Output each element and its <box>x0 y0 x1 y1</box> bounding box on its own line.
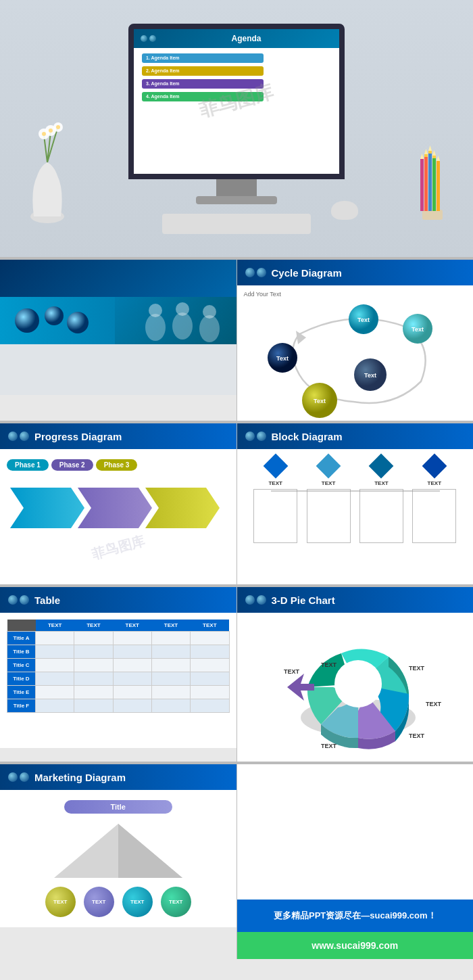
mkt-circle-col-2: TEXT <box>84 887 114 917</box>
svg-marker-46 <box>145 488 220 528</box>
monitor-stand <box>216 179 257 196</box>
svg-text:Text: Text <box>364 372 376 379</box>
cycle-header: Cycle Diagram <box>237 260 474 285</box>
svg-marker-44 <box>10 488 84 528</box>
cell-c3 <box>113 659 151 672</box>
svg-text:TEXT: TEXT <box>409 732 425 739</box>
diamond-3 <box>369 454 394 479</box>
phase-1-label: Phase 1 <box>7 459 49 471</box>
table-row: Title D <box>7 672 230 686</box>
template-top <box>0 260 236 297</box>
svg-marker-45 <box>78 488 152 528</box>
svg-text:TEXT: TEXT <box>321 743 337 749</box>
table-balls <box>8 595 29 605</box>
progress-ball-2 <box>20 431 29 441</box>
mkt-title-bar: Title <box>64 800 172 814</box>
table-body: TEXT TEXT TEXT TEXT TEXT Title A Title B <box>0 613 236 748</box>
marketing-cell: Marketing Diagram Title TEXT TEXT TEXT <box>0 764 236 959</box>
diamond-2 <box>316 454 341 479</box>
svg-text:TEXT: TEXT <box>321 661 337 668</box>
cycle-diagram-svg: Text Text Text Text Text <box>245 294 468 419</box>
promo-top: 更多精品PPT资源尽在—sucai999.com！ <box>237 900 474 932</box>
row-title-b: Title B <box>7 645 36 659</box>
marketing-body: Title TEXT TEXT TEXT TEXT <box>0 790 236 927</box>
pencils-icon <box>405 142 446 223</box>
block-balls <box>245 431 266 441</box>
table-row: Title F <box>7 699 230 713</box>
cycle-title: Cycle Diagram <box>272 267 342 279</box>
block-header: Block Diagram <box>237 423 474 449</box>
pie-chart-svg: TEXT TEXT TEXT TEXT TEXT TEXT <box>253 620 456 755</box>
svg-rect-14 <box>428 152 432 211</box>
block-col-4: TEXT <box>412 457 456 543</box>
svg-text:TEXT: TEXT <box>426 701 442 707</box>
progress-ball-1 <box>8 431 18 441</box>
svg-rect-12 <box>424 154 428 157</box>
svg-point-28 <box>145 314 166 341</box>
cell-e1 <box>36 686 74 699</box>
row-marketing-promo: Marketing Diagram Title TEXT TEXT TEXT <box>0 764 473 959</box>
table-ball-2 <box>20 595 29 605</box>
svg-rect-17 <box>432 157 436 211</box>
block-box-2 <box>307 489 351 543</box>
cell-b4 <box>151 645 190 659</box>
template-mid <box>0 297 236 344</box>
svg-point-30 <box>172 312 193 340</box>
svg-rect-20 <box>420 159 424 211</box>
cell-b3 <box>113 645 151 659</box>
block-text-3a: TEXT <box>374 480 388 486</box>
phase-2-label: Phase 2 <box>51 459 93 471</box>
cell-f5 <box>191 699 229 713</box>
row-title-f: Title F <box>7 699 36 713</box>
progress-body: Phase 1 Phase 2 Phase 3 <box>0 449 236 584</box>
progress-balls <box>8 431 29 441</box>
svg-point-25 <box>45 306 64 325</box>
cycle-cell: Cycle Diagram Add Your Text <box>237 260 474 421</box>
cycle-body: Add Your Text Text <box>237 285 474 421</box>
table-ball-1 <box>8 595 18 605</box>
cell-b2 <box>74 645 113 659</box>
table-row: Title A <box>7 632 230 645</box>
svg-point-9 <box>56 125 60 129</box>
flower-vase-icon <box>20 122 74 230</box>
block-box-1 <box>253 489 297 543</box>
block-text-1a: TEXT <box>268 480 282 486</box>
pie-header: 3-D Pie Chart <box>237 587 474 613</box>
promo-white-space <box>237 764 474 900</box>
pie-title: 3-D Pie Chart <box>272 594 335 606</box>
mouse <box>331 201 358 220</box>
svg-text:TEXT: TEXT <box>284 668 300 675</box>
row-progress-block: Progress Diagram Phase 1 Phase 2 Phase 3 <box>0 423 473 584</box>
table-row: Title E <box>7 686 230 699</box>
marketing-ball-1 <box>8 772 18 782</box>
cell-d2 <box>74 672 113 686</box>
progress-title: Progress Diagram <box>34 431 122 442</box>
diamond-1 <box>263 454 288 479</box>
block-box-3 <box>359 489 403 543</box>
row-template-cycle: 菲鸟图库 Cycle Diagram Add Your Text <box>0 260 473 421</box>
cell-e5 <box>191 686 229 699</box>
block-connectors <box>244 488 467 494</box>
svg-point-32 <box>199 315 220 342</box>
svg-marker-23 <box>437 156 440 161</box>
cell-f2 <box>74 699 113 713</box>
agenda-item-4: 4. Agenda Item <box>142 92 264 101</box>
mkt-circle-4: TEXT <box>161 887 191 917</box>
monitor-base <box>196 196 277 204</box>
svg-line-1 <box>44 135 47 162</box>
progress-cell: Progress Diagram Phase 1 Phase 2 Phase 3 <box>0 423 236 584</box>
cell-c5 <box>191 659 229 672</box>
header-ball-2 <box>149 35 156 42</box>
pie-cell: 3-D Pie Chart <box>237 587 474 762</box>
progress-arrows-svg <box>7 477 223 538</box>
table-corner <box>7 620 36 632</box>
cell-e3 <box>113 686 151 699</box>
cell-a3 <box>113 632 151 645</box>
cell-d3 <box>113 672 151 686</box>
marketing-ball-2 <box>20 772 29 782</box>
monitor-screen-bezel: Agenda 1. Agenda Item 2. Agenda Item 3. … <box>128 24 345 179</box>
cycle-balls <box>245 268 266 277</box>
row-table-pie: Table TEXT TEXT TEXT TEXT TEXT Title A <box>0 587 473 762</box>
promo-top-text: 更多精品PPT资源尽在—sucai999.com！ <box>274 910 437 920</box>
header-balls <box>141 35 156 42</box>
